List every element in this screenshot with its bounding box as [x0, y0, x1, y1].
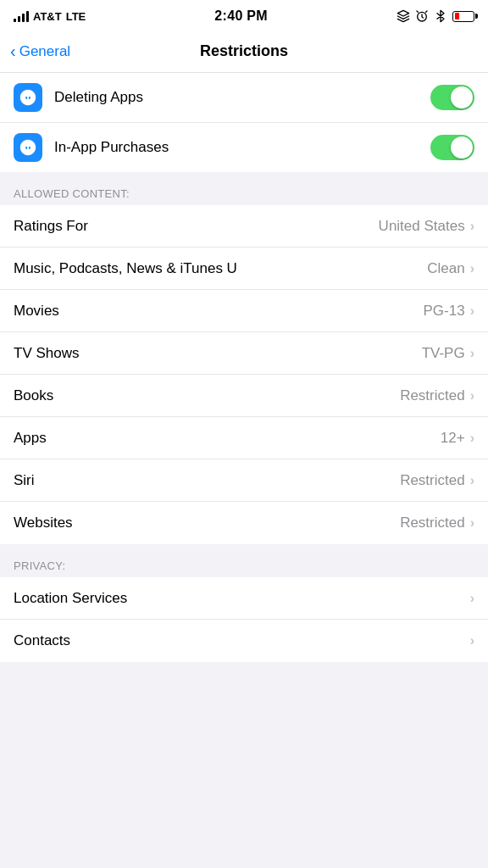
row-value-websites: Restricted [400, 515, 465, 531]
chevron-icon-location-services: › [470, 591, 474, 606]
row-value-movies: PG-13 [424, 303, 465, 320]
row-label-tv-shows: TV Shows [14, 345, 79, 362]
row-label-location-services: Location Services [14, 590, 127, 607]
chevron-icon-music-podcasts: › [470, 261, 474, 276]
list-row-siri[interactable]: Siri Restricted › [0, 459, 488, 502]
allowed-content-section: Ratings For United States › Music, Podca… [0, 205, 488, 544]
chevron-icon-contacts: › [470, 633, 474, 648]
bluetooth-icon [434, 9, 447, 23]
toggle-row-in-app-purchases[interactable]: In-App Purchases [0, 123, 488, 172]
back-label: General [19, 43, 70, 60]
row-value-tv-shows: TV-PG [422, 345, 465, 362]
status-right [396, 9, 474, 23]
list-row-books[interactable]: Books Restricted › [0, 375, 488, 417]
row-value-apps: 12+ [441, 430, 465, 447]
chevron-icon-tv-shows: › [470, 346, 474, 361]
list-row-contacts[interactable]: Contacts › [0, 620, 488, 662]
alarm-icon [415, 9, 429, 23]
chevron-icon-siri: › [470, 473, 474, 488]
list-row-location-services[interactable]: Location Services › [0, 577, 488, 620]
chevron-icon-books: › [470, 388, 474, 403]
list-row-websites[interactable]: Websites Restricted › [0, 502, 488, 544]
chevron-icon-ratings-for: › [470, 219, 474, 234]
in-app-purchases-label: In-App Purchases [54, 139, 430, 156]
back-chevron-icon: ‹ [10, 42, 16, 59]
row-label-siri: Siri [14, 472, 35, 489]
list-row-movies[interactable]: Movies PG-13 › [0, 290, 488, 332]
row-right-siri: Restricted › [400, 472, 474, 489]
signal-bars-icon [14, 10, 29, 22]
row-right-ratings-for: United States › [379, 218, 474, 235]
nav-header: ‹ General Restrictions [0, 31, 488, 73]
row-label-books: Books [14, 387, 53, 404]
row-value-music-podcasts: Clean [427, 260, 464, 277]
row-label-apps: Apps [14, 430, 47, 447]
row-label-websites: Websites [14, 515, 73, 531]
chevron-icon-movies: › [470, 303, 474, 319]
row-right-music-podcasts: Clean › [427, 260, 474, 277]
in-app-purchases-toggle[interactable] [430, 135, 474, 160]
row-right-tv-shows: TV-PG › [422, 345, 474, 362]
row-right-books: Restricted › [400, 387, 474, 404]
row-label-contacts: Contacts [14, 632, 70, 649]
toggle-section: Deleting Apps In-App Purchases [0, 73, 488, 172]
chevron-icon-apps: › [470, 431, 474, 446]
row-right-contacts: › [470, 633, 474, 648]
status-time: 2:40 PM [214, 8, 268, 24]
status-left: AT&T LTE [14, 10, 86, 23]
row-value-ratings-for: United States [379, 218, 465, 235]
row-label-music-podcasts: Music, Podcasts, News & iTunes U [14, 260, 237, 277]
row-value-books: Restricted [400, 387, 465, 404]
list-row-music-podcasts[interactable]: Music, Podcasts, News & iTunes U Clean › [0, 248, 488, 290]
allowed-content-header: ALLOWED CONTENT: [0, 172, 488, 205]
app-store-svg [19, 88, 37, 107]
row-right-websites: Restricted › [400, 515, 474, 531]
row-value-siri: Restricted [400, 472, 465, 489]
location-icon [396, 9, 410, 23]
carrier-label: AT&T [33, 10, 62, 23]
privacy-section: Location Services › Contacts › [0, 577, 488, 662]
row-label-movies: Movies [14, 303, 59, 320]
back-button[interactable]: ‹ General [10, 43, 70, 60]
list-row-tv-shows[interactable]: TV Shows TV-PG › [0, 332, 488, 375]
chevron-icon-websites: › [470, 515, 474, 531]
row-right-movies: PG-13 › [424, 303, 474, 320]
network-label: LTE [66, 10, 86, 23]
toggle-row-deleting-apps[interactable]: Deleting Apps [0, 73, 488, 123]
list-row-apps[interactable]: Apps 12+ › [0, 417, 488, 459]
page-title: Restrictions [200, 42, 288, 60]
row-right-apps: 12+ › [441, 430, 474, 447]
list-row-ratings-for[interactable]: Ratings For United States › [0, 205, 488, 248]
privacy-header: PRIVACY: [0, 544, 488, 577]
status-bar: AT&T LTE 2:40 PM [0, 0, 488, 31]
deleting-apps-toggle[interactable] [430, 85, 474, 110]
row-right-location-services: › [470, 591, 474, 606]
app-store-icon-iap [14, 133, 42, 162]
deleting-apps-label: Deleting Apps [54, 89, 430, 106]
app-store-svg-iap [19, 138, 37, 157]
battery-indicator [452, 11, 474, 22]
row-label-ratings-for: Ratings For [14, 218, 88, 235]
app-store-icon-deleting [14, 83, 42, 112]
